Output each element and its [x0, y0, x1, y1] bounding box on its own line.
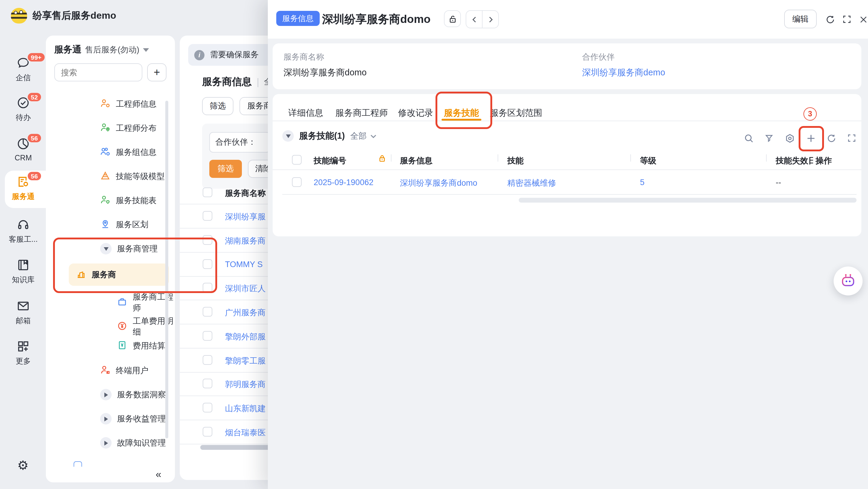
- tab-service-skill-active[interactable]: 服务技能: [444, 107, 479, 119]
- detail-drawer: 服务信息 深圳纷享服务商domo 编辑: [268, 0, 868, 489]
- search-icon[interactable]: [742, 131, 755, 145]
- drawer-header: 服务信息 深圳纷享服务商domo 编辑: [268, 0, 868, 39]
- scope-selector[interactable]: 全部: [350, 131, 377, 141]
- sidebar-header[interactable]: 服务通 售后服务(勿动): [54, 44, 149, 56]
- todo-check-icon: [16, 103, 30, 111]
- search-input[interactable]: [54, 63, 142, 82]
- add-skill-icon[interactable]: [804, 131, 817, 145]
- settings-hexagon-icon[interactable]: [783, 131, 796, 145]
- mail-icon: [16, 306, 30, 315]
- skill-link[interactable]: 精密器械维修: [507, 178, 556, 189]
- col-skill: 技能: [507, 156, 524, 166]
- prev-record-button[interactable]: [466, 11, 483, 28]
- app-root: 纷享售后服务demo 99+ 企信 52 待办: [0, 0, 868, 489]
- topbar: 纷享售后服务demo: [11, 8, 116, 24]
- level-link[interactable]: 5: [640, 178, 645, 187]
- tab-detail-info[interactable]: 详细信息: [288, 107, 323, 119]
- sidebar-item-cost-settlement[interactable]: 费用结算: [117, 340, 165, 352]
- field-partner: 合作伙伴 深圳纷享服务商demo: [582, 52, 665, 78]
- skills-select-all-checkbox[interactable]: [292, 155, 302, 165]
- rail-item-qixin[interactable]: 99+ 企信: [0, 56, 46, 83]
- yen-doc-icon: [117, 340, 127, 352]
- todo-badge: 52: [27, 92, 42, 102]
- field-label: 合作伙伴: [582, 52, 665, 63]
- app-title: 纷享售后服务demo: [33, 9, 116, 22]
- unlock-icon[interactable]: [444, 10, 461, 27]
- sidebar-item-engineer-map[interactable]: 工程师分布: [100, 122, 157, 134]
- row-checkbox[interactable]: [203, 211, 212, 221]
- field-value: 深圳纷享服务商domo: [283, 67, 367, 78]
- refresh-list-icon[interactable]: [825, 131, 838, 145]
- banner-text: 需要确保服务: [210, 50, 259, 60]
- field-provider-name: 服务商名称 深圳纷享服务商domo: [283, 52, 367, 78]
- sidebar-item-service-group[interactable]: 服务组信息: [100, 146, 157, 159]
- rail-item-more[interactable]: 更多: [0, 339, 46, 367]
- sidebar-group-data-insight[interactable]: 服务数据洞察: [100, 389, 166, 400]
- edit-button[interactable]: 编辑: [784, 10, 817, 28]
- fullscreen-icon[interactable]: [841, 13, 853, 25]
- sidebar-group-fault-knowledge[interactable]: 故障知识管理: [100, 437, 166, 449]
- drawer-title: 深圳纷享服务商domo: [322, 11, 431, 27]
- row-checkbox[interactable]: [203, 403, 212, 413]
- sidebar-scrollbar[interactable]: [165, 101, 168, 438]
- sidebar-item-end-user[interactable]: 终端用户: [100, 365, 148, 377]
- sidebar-item-engineer-info[interactable]: 工程师信息: [100, 98, 157, 110]
- partner-link[interactable]: 深圳纷享服务商demo: [582, 67, 665, 78]
- sidebar-app-name: 服务通: [54, 44, 82, 56]
- sidebar-group-revenue-mgmt[interactable]: 服务收益管理: [100, 413, 166, 424]
- rail-item-kefu[interactable]: 客服工...: [0, 218, 46, 245]
- row-checkbox[interactable]: [203, 283, 212, 292]
- refresh-icon[interactable]: [824, 13, 836, 25]
- sidebar-item-skill-level-model[interactable]: 技能等级模型: [100, 171, 165, 183]
- tab-service-region-scope[interactable]: 服务区划范围: [490, 107, 542, 119]
- map-pin-icon: [100, 219, 111, 231]
- partner-filter-select[interactable]: 合作伙伴：: [209, 132, 270, 153]
- skill-no-link[interactable]: 2025-09-190062: [314, 178, 373, 187]
- filter-button[interactable]: 筛选: [202, 97, 234, 115]
- partial-item-icon: [73, 461, 82, 467]
- user-icon: [100, 365, 111, 377]
- caret-right-circle-icon: [100, 389, 112, 400]
- select-all-checkbox[interactable]: [203, 188, 212, 197]
- assistant-robot-button[interactable]: [834, 266, 863, 295]
- add-button[interactable]: +: [147, 63, 166, 82]
- list-heading: 服务商信息: [202, 75, 252, 89]
- skills-horizontal-scrollbar[interactable]: [519, 198, 857, 203]
- sidebar-item-provider-active[interactable]: 服务商: [69, 263, 169, 286]
- row-checkbox[interactable]: [203, 379, 212, 388]
- close-icon[interactable]: [857, 13, 868, 25]
- sidebar-app-subtitle: 售后服务(勿动): [85, 44, 140, 55]
- rail-item-fuwutong[interactable]: 56 服务通: [0, 175, 46, 202]
- rail-item-todo[interactable]: 52 待办: [0, 96, 46, 123]
- section-collapse-icon[interactable]: [282, 130, 294, 142]
- tab-change-log[interactable]: 修改记录: [398, 107, 433, 119]
- service-info-link[interactable]: 深圳纷享服务商domo: [400, 178, 477, 189]
- row-checkbox[interactable]: [203, 331, 212, 341]
- person-pin-icon: [100, 122, 111, 134]
- skill-row-checkbox[interactable]: [292, 177, 302, 187]
- expand-list-icon[interactable]: [845, 131, 858, 145]
- row-checkbox[interactable]: [203, 259, 212, 269]
- bee-logo: [11, 8, 27, 24]
- rail-item-mail[interactable]: 邮箱: [0, 299, 46, 326]
- row-checkbox[interactable]: [203, 355, 212, 365]
- rail-item-zhishiku[interactable]: 知识库: [0, 258, 46, 285]
- gear-icon[interactable]: ⚙: [13, 456, 33, 475]
- row-checkbox[interactable]: [203, 307, 212, 317]
- filter-icon[interactable]: [763, 131, 776, 145]
- sidebar-item-skill-table[interactable]: 服务技能表: [100, 195, 157, 207]
- row-checkbox[interactable]: [203, 235, 212, 245]
- briefcase-icon: [117, 297, 127, 309]
- sidebar-item-service-region[interactable]: 服务区划: [100, 219, 148, 231]
- tab-provider-engineer[interactable]: 服务商工程师: [335, 107, 388, 119]
- row-checkbox[interactable]: [203, 427, 212, 436]
- lock-icon: [378, 154, 386, 165]
- sidebar-collapse-button[interactable]: «: [156, 468, 160, 481]
- building-icon: [76, 269, 86, 281]
- apply-filter-button[interactable]: 筛选: [209, 160, 242, 178]
- rail-item-crm[interactable]: 56 CRM: [0, 137, 46, 162]
- col-level: 等级: [640, 156, 656, 166]
- service-doc-wrench-icon: [16, 182, 30, 191]
- sidebar-group-provider-mgmt[interactable]: 服务商管理: [100, 243, 158, 255]
- next-record-button[interactable]: [483, 11, 498, 28]
